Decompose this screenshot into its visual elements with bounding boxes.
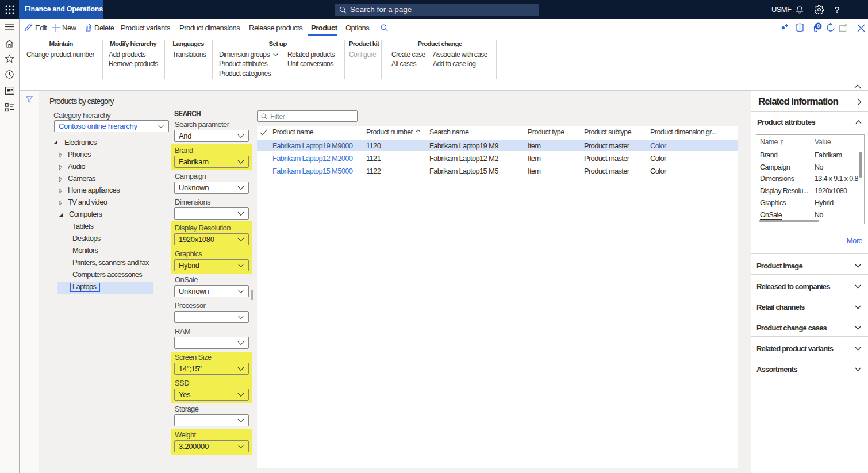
svg-text:0: 0 [817, 23, 820, 29]
